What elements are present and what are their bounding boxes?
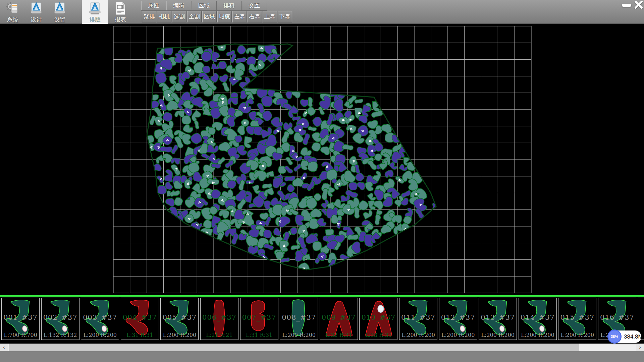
progress-circle: 38%: [607, 329, 622, 344]
main-button-design[interactable]: 设计: [25, 0, 47, 24]
piece-id-label: 005_#37: [161, 313, 198, 321]
piece-thumbnail-4[interactable]: 004_#37L:31 R:31: [121, 298, 159, 340]
tool-button-snap-up[interactable]: 上靠: [263, 11, 277, 22]
piece-id-label: 011_#37: [399, 313, 437, 321]
tool-button-snap-left[interactable]: 左靠: [232, 11, 247, 22]
piece-lr-label: L:200 R:200: [81, 332, 119, 338]
piece-thumbnail-11[interactable]: 011_#37L:200 R:200: [399, 298, 437, 340]
piece-lr-label: L:200 R:200: [280, 332, 318, 338]
menu-region[interactable]: 区域: [192, 1, 217, 10]
piece-id-label: 013_#37: [479, 313, 517, 321]
menu-interact[interactable]: 交互: [242, 1, 267, 10]
thumbnail-cells: 001_#37L:700 R:700002_#37L:132 R:132003_…: [0, 298, 644, 341]
piece-lr-label: L:200 R:200: [161, 332, 198, 338]
scroll-right-button[interactable]: ›: [636, 344, 644, 351]
main-button-label: 报表: [115, 16, 126, 23]
piece-id-label: 0: [638, 313, 644, 321]
main-button-report[interactable]: 报表: [109, 0, 132, 24]
piece-thumbnail-13[interactable]: 013_#37L:200 R:200: [479, 298, 517, 340]
piece-id-label: 016_#37: [598, 313, 636, 321]
piece-lr-label: L:700 R:700: [2, 332, 39, 338]
tool-button-camera[interactable]: 相机: [157, 11, 171, 22]
close-button[interactable]: [634, 1, 644, 9]
piece-lr-label: L:200 R:200: [479, 332, 517, 338]
piece-thumbnail-5[interactable]: 005_#37L:200 R:200: [160, 298, 199, 340]
piece-thumbnail-6[interactable]: 006_#37L:21 R:21: [200, 298, 238, 340]
piece-id-label: 007_#37: [240, 313, 278, 321]
menu-edit[interactable]: 编辑: [166, 1, 192, 10]
piece-thumbnail-14[interactable]: 014_#37L:200 R:200: [519, 298, 557, 340]
main-button-label: 设计: [31, 16, 42, 23]
status-bar: [0, 351, 644, 362]
close-icon: [634, 1, 644, 9]
menu-properties[interactable]: 属性: [141, 1, 166, 10]
strip-accent-line: [0, 295, 644, 297]
memory-size-label: 384.8M: [624, 330, 643, 343]
piece-id-label: 003_#37: [81, 313, 119, 321]
minimize-button[interactable]: [621, 2, 633, 8]
tool-button-region[interactable]: 区域: [202, 11, 217, 22]
piece-lr-label: L:32 R:31: [320, 332, 358, 338]
tool-button-snap-down[interactable]: 下靠: [278, 11, 292, 22]
piece-id-label: 014_#37: [519, 313, 556, 321]
set-square-icon: [52, 1, 67, 15]
main-button-label: 排版: [89, 16, 101, 23]
scrollbar-thumb[interactable]: [9, 344, 579, 351]
progress-badge[interactable]: 38% 384.8M: [608, 330, 641, 343]
piece-id-label: 015_#37: [558, 313, 596, 321]
piece-thumbnail-3[interactable]: 003_#37L:200 R:200: [81, 298, 119, 340]
piece-lr-label: L:31 R:31: [121, 332, 159, 338]
set-square-icon: [88, 1, 102, 15]
piece-lr-label: L:200 R:200: [399, 332, 437, 338]
piece-id-label: 002_#37: [42, 313, 79, 321]
tool-button-cluster-nest[interactable]: 聚排: [142, 11, 156, 22]
piece-id-label: 012_#37: [439, 313, 477, 321]
toolbar: 系统设计设置排版报表 属性编辑区域排料交互 聚排相机选割全割区域瑕疵左靠右靠上靠…: [0, 0, 644, 24]
piece-thumbnail-9[interactable]: 009_#37L:32 R:31: [320, 298, 358, 340]
piece-id-label: 008_#37: [280, 313, 318, 321]
tool-button-row: 聚排相机选割全割区域瑕疵左靠右靠上靠下靠: [142, 11, 292, 22]
nesting-canvas[interactable]: [0, 24, 644, 295]
menu-bar: 属性编辑区域排料交互: [141, 1, 267, 11]
main-button-settings[interactable]: 设置: [49, 0, 70, 24]
piece-lr-label: L:200 R:200: [519, 332, 556, 338]
main-button-label: 系统: [7, 16, 18, 23]
gear-doc-icon: [5, 1, 20, 15]
piece-lr-label: L:33 R:33: [360, 332, 397, 338]
menu-nest[interactable]: 排料: [217, 1, 242, 10]
app-window: 系统设计设置排版报表 属性编辑区域排料交互 聚排相机选割全割区域瑕疵左靠右靠上靠…: [0, 0, 644, 362]
piece-thumbnail-2[interactable]: 002_#37L:132 R:132: [41, 298, 79, 340]
piece-thumbnail-8[interactable]: 008_#37L:200 R:200: [280, 298, 318, 340]
scroll-left-button[interactable]: ‹: [0, 344, 8, 351]
minimize-icon: [622, 4, 631, 7]
piece-thumbnail-15[interactable]: 015_#37L:200 R:200: [558, 298, 596, 340]
piece-thumbnail-1[interactable]: 001_#37L:700 R:700: [1, 298, 40, 340]
piece-thumbnail-10[interactable]: 010_#37L:33 R:33: [359, 298, 397, 340]
piece-thumbnail-7[interactable]: 007_#37L:31 R:31: [240, 298, 278, 340]
piece-lr-label: L:31 R:31: [240, 332, 278, 338]
piece-thumbnail-strip: 001_#37L:700 R:700002_#37L:132 R:132003_…: [0, 295, 644, 344]
piece-id-label: 004_#37: [121, 313, 159, 321]
piece-lr-label: L:21 R:21: [201, 332, 238, 338]
tool-button-cut-all[interactable]: 全割: [187, 11, 202, 22]
set-square-icon: [29, 1, 44, 15]
main-button-nesting[interactable]: 排版: [82, 0, 108, 24]
tool-button-cut-selected[interactable]: 选割: [172, 11, 186, 22]
horizontal-scrollbar[interactable]: ‹ ›: [0, 344, 644, 351]
piece-id-label: 001_#37: [2, 313, 39, 321]
piece-lr-label: L:200 R:200: [439, 332, 477, 338]
piece-id-label: 010_#37: [360, 313, 397, 321]
report-icon: [113, 1, 128, 15]
tool-button-snap-right[interactable]: 右靠: [248, 11, 262, 22]
piece-lr-label: L:200 R:200: [558, 332, 596, 338]
piece-id-label: 009_#37: [320, 313, 358, 321]
progress-percent: 38%: [611, 335, 618, 339]
nesting-svg: [0, 24, 644, 295]
piece-id-label: 006_#37: [201, 313, 238, 321]
main-button-label: 设置: [54, 16, 65, 23]
tool-button-defect[interactable]: 瑕疵: [217, 11, 232, 22]
main-button-system[interactable]: 系统: [2, 0, 23, 24]
piece-lr-label: L:132 R:132: [42, 332, 79, 338]
piece-thumbnail-12[interactable]: 012_#37L:200 R:200: [439, 298, 477, 340]
